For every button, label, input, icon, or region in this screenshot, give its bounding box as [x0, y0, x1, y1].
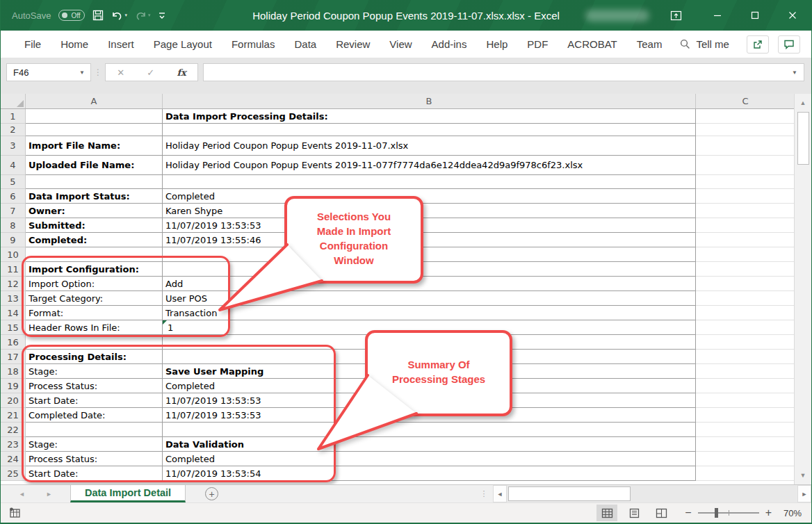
cell-C16[interactable]: [696, 335, 795, 350]
tab-acrobat[interactable]: ACROBAT: [558, 31, 626, 58]
cell-B2[interactable]: [163, 124, 696, 136]
expand-formula-bar-icon[interactable]: ▼: [792, 69, 797, 76]
cell-A23[interactable]: Stage:: [26, 437, 163, 452]
cell-C12[interactable]: [696, 277, 795, 291]
cell-B12[interactable]: Add: [163, 277, 696, 291]
cell-A5[interactable]: [26, 175, 163, 189]
cell-A22[interactable]: [26, 423, 163, 437]
cell-C22[interactable]: [696, 423, 795, 437]
cell-A14[interactable]: Format:: [26, 306, 163, 320]
row-header-20[interactable]: 20: [1, 393, 26, 408]
cell-C8[interactable]: [696, 218, 795, 233]
cell-A19[interactable]: Process Status:: [26, 379, 163, 393]
cell-B25[interactable]: 11/07/2019 13:53:54: [163, 466, 696, 481]
cell-A10[interactable]: [26, 247, 163, 262]
row-header-8[interactable]: 8: [1, 218, 26, 233]
cell-C6[interactable]: [696, 189, 795, 204]
cell-B11[interactable]: [163, 262, 696, 277]
cell-B21[interactable]: 11/07/2019 13:53:53: [163, 408, 696, 423]
cell-C21[interactable]: [696, 408, 795, 423]
tab-help[interactable]: Help: [476, 31, 517, 58]
tab-data[interactable]: Data: [284, 31, 326, 58]
comments-button[interactable]: [778, 35, 800, 54]
cell-A16[interactable]: [26, 335, 163, 350]
tab-view[interactable]: View: [380, 31, 421, 58]
horizontal-scrollbar[interactable]: ◄ ►: [493, 485, 811, 502]
cancel-entry-button[interactable]: ✕: [117, 67, 124, 78]
cell-A7[interactable]: Owner:: [26, 204, 163, 218]
tab-file[interactable]: File: [15, 31, 51, 58]
row-header-5[interactable]: 5: [1, 175, 26, 189]
sheet-next-icon[interactable]: ►: [46, 491, 52, 498]
minimize-button[interactable]: [699, 0, 736, 31]
row-header-16[interactable]: 16: [1, 335, 26, 350]
cell-C20[interactable]: [696, 393, 795, 408]
cell-C9[interactable]: [696, 233, 795, 247]
column-header-C[interactable]: C: [696, 94, 795, 108]
cell-A3[interactable]: Import File Name:: [26, 136, 163, 156]
view-page-layout-button[interactable]: [624, 505, 644, 521]
cell-A15[interactable]: Header Rows In File:: [26, 320, 163, 335]
row-header-9[interactable]: 9: [1, 233, 26, 247]
row-header-25[interactable]: 25: [1, 466, 26, 481]
formula-input[interactable]: ▼: [203, 63, 804, 81]
row-header-24[interactable]: 24: [1, 452, 26, 466]
row-header-10[interactable]: 10: [1, 247, 26, 262]
customize-qat-button[interactable]: [158, 12, 166, 19]
select-all-corner[interactable]: [1, 94, 26, 108]
cell-B9[interactable]: 11/07/2019 13:55:46: [163, 233, 696, 247]
row-header-13[interactable]: 13: [1, 291, 26, 306]
undo-button[interactable]: ▾: [111, 10, 127, 21]
cell-B13[interactable]: User POS: [163, 291, 696, 306]
cell-C1[interactable]: [696, 109, 795, 124]
close-button[interactable]: [774, 0, 811, 31]
insert-function-button[interactable]: fx: [177, 67, 186, 78]
autosave-toggle[interactable]: Off: [58, 10, 85, 21]
cell-C17[interactable]: [696, 350, 795, 364]
record-macro-icon[interactable]: [9, 507, 22, 518]
cell-C4[interactable]: [696, 156, 795, 175]
cell-A17[interactable]: Processing Details:: [26, 350, 163, 364]
cell-A8[interactable]: Submitted:: [26, 218, 163, 233]
tell-me-box[interactable]: Tell me: [680, 38, 729, 50]
view-normal-button[interactable]: [596, 505, 617, 521]
horizontal-scroll-track[interactable]: [507, 485, 797, 502]
cell-B19[interactable]: Completed: [163, 379, 696, 393]
column-header-B[interactable]: B: [163, 94, 696, 108]
zoom-level[interactable]: 70%: [778, 508, 802, 518]
scroll-down-icon[interactable]: ▼: [795, 466, 811, 484]
cell-B16[interactable]: [163, 335, 696, 350]
scroll-right-icon[interactable]: ►: [797, 485, 811, 502]
tab-pdf[interactable]: PDF: [517, 31, 558, 58]
cell-B6[interactable]: Completed: [163, 189, 696, 204]
cell-B22[interactable]: [163, 423, 696, 437]
tab-team[interactable]: Team: [627, 31, 672, 58]
cell-A13[interactable]: Target Category:: [26, 291, 163, 306]
cell-B24[interactable]: Completed: [163, 452, 696, 466]
row-header-22[interactable]: 22: [1, 423, 26, 437]
cell-A12[interactable]: Import Option:: [26, 277, 163, 291]
row-header-7[interactable]: 7: [1, 204, 26, 218]
cell-C15[interactable]: [696, 320, 795, 335]
cell-C23[interactable]: [696, 437, 795, 452]
zoom-slider-thumb[interactable]: [715, 508, 718, 518]
name-box[interactable]: F46 ▼: [6, 63, 91, 81]
tab-splitter-handle[interactable]: ⋮: [475, 485, 493, 502]
cell-A1[interactable]: [26, 109, 163, 124]
row-header-21[interactable]: 21: [1, 408, 26, 423]
vertical-scrollbar[interactable]: ▲ ▼: [794, 94, 811, 484]
tab-insert[interactable]: Insert: [98, 31, 144, 58]
tab-add-ins[interactable]: Add-ins: [422, 31, 477, 58]
zoom-out-button[interactable]: −: [685, 507, 691, 519]
column-header-A[interactable]: A: [26, 94, 163, 108]
save-button[interactable]: [92, 10, 104, 21]
row-header-12[interactable]: 12: [1, 277, 26, 291]
cell-A21[interactable]: Completed Date:: [26, 408, 163, 423]
row-header-14[interactable]: 14: [1, 306, 26, 320]
cell-A18[interactable]: Stage:: [26, 364, 163, 379]
zoom-slider[interactable]: [698, 512, 759, 514]
cell-C10[interactable]: [696, 247, 795, 262]
new-sheet-button[interactable]: +: [205, 487, 218, 500]
cell-A9[interactable]: Completed:: [26, 233, 163, 247]
cell-B17[interactable]: [163, 350, 696, 364]
